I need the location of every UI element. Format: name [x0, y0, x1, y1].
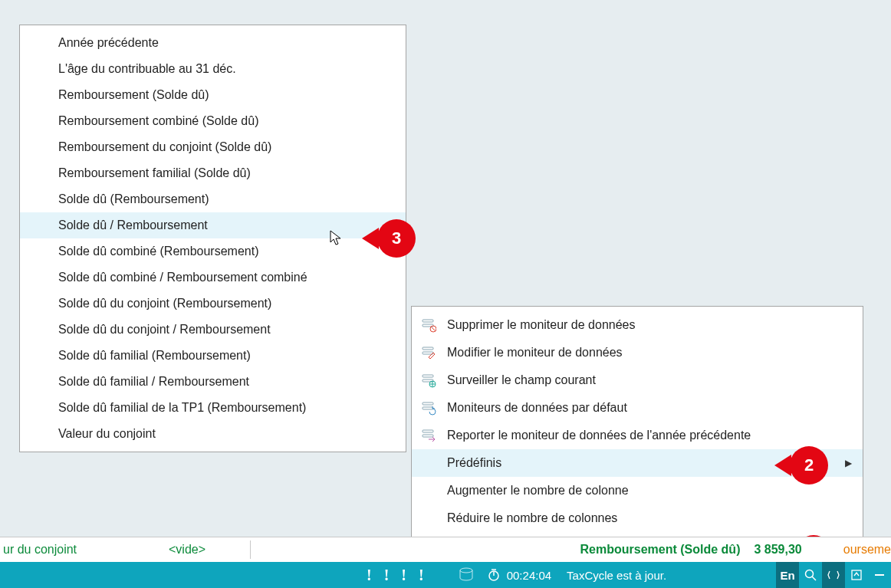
- menu-item-label: Reporter le moniteur de données de l'ann…: [447, 429, 751, 442]
- menu-delete-monitor[interactable]: Supprimer le moniteur de données: [412, 311, 863, 339]
- svg-rect-13: [422, 430, 433, 432]
- preset-submenu: Année précédente L'âge du contribuable a…: [19, 25, 406, 452]
- alert-indicators[interactable]: ! ! ! !: [367, 567, 424, 584]
- alert-icon[interactable]: !: [419, 567, 424, 584]
- blank-icon: [419, 454, 438, 472]
- menu-item-label: Surveiller le champ courant: [447, 373, 596, 387]
- menu-item-label: Augmenter le nombre de colonne: [447, 484, 629, 498]
- stopwatch-icon[interactable]: [487, 568, 501, 582]
- menu-item[interactable]: Solde dû (Remboursement): [20, 186, 406, 212]
- timer-value[interactable]: 00:24:04: [507, 569, 551, 582]
- menu-item[interactable]: Valeur du conjoint: [20, 421, 406, 447]
- menu-increase-columns[interactable]: Augmenter le nombre de colonne: [412, 477, 863, 504]
- menu-watch-field[interactable]: Surveiller le champ courant: [412, 366, 863, 394]
- menu-default-monitors[interactable]: Moniteurs de données par défaut: [412, 394, 863, 422]
- menu-item-label: Réduire le nombre de colonnes: [447, 511, 617, 525]
- menu-item[interactable]: Remboursement (Solde dû): [20, 82, 406, 108]
- menu-item[interactable]: L'âge du contribuable au 31 déc.: [20, 56, 406, 82]
- menu-item[interactable]: Solde dû familial (Remboursement): [20, 343, 406, 369]
- svg-rect-11: [422, 402, 433, 405]
- data-monitor-bar: ur du conjoint <vide> Remboursement (Sol…: [0, 537, 891, 562]
- menu-item[interactable]: Solde dû combiné / Remboursement combiné: [20, 264, 406, 291]
- monitor-label-partial[interactable]: ur du conjoint: [0, 543, 169, 557]
- menu-item[interactable]: Remboursement familial (Solde dû): [20, 160, 406, 186]
- svg-line-3: [432, 327, 436, 331]
- menu-item-label: Prédéfinis: [447, 456, 501, 470]
- menu-item-highlighted[interactable]: Solde dû / Remboursement: [20, 212, 406, 238]
- monitor-amount[interactable]: 3 859,30: [743, 543, 804, 557]
- svg-line-20: [812, 577, 816, 580]
- svg-rect-21: [852, 570, 861, 580]
- search-button[interactable]: [799, 562, 822, 588]
- svg-rect-0: [422, 320, 433, 322]
- carry-forward-icon: [419, 426, 438, 445]
- menu-item[interactable]: Solde dû familial de la TP1 (Rembourseme…: [20, 395, 406, 421]
- menu-item[interactable]: Solde dû du conjoint (Remboursement): [20, 291, 406, 317]
- menu-item[interactable]: Solde dû familial / Remboursement: [20, 369, 406, 395]
- svg-rect-6: [422, 375, 433, 377]
- menu-item[interactable]: Année précédente: [20, 30, 406, 56]
- divider: [250, 540, 251, 559]
- annotation-callout-3: 3: [377, 219, 416, 258]
- alert-icon[interactable]: !: [367, 567, 372, 584]
- svg-rect-14: [422, 435, 433, 437]
- menu-item[interactable]: Remboursement combiné (Solde dû): [20, 108, 406, 134]
- alert-icon[interactable]: !: [384, 567, 390, 584]
- blank-icon: [419, 509, 438, 527]
- app-status-bar: ! ! ! ! 00:24:04 TaxCycle est à jour. En: [0, 562, 891, 588]
- menu-item-label: Modifier le moniteur de données: [447, 346, 623, 360]
- app-update-status: TaxCycle est à jour.: [567, 569, 666, 582]
- menu-item-label: Moniteurs de données par défaut: [447, 401, 627, 415]
- menu-item-label: Supprimer le moniteur de données: [447, 318, 635, 332]
- menu-edit-monitor[interactable]: Modifier le moniteur de données: [412, 339, 863, 366]
- svg-rect-12: [422, 407, 433, 409]
- delete-monitor-icon: [419, 316, 438, 334]
- alert-icon[interactable]: !: [401, 567, 406, 584]
- monitor-label-partial-right: ourseme: [805, 543, 891, 557]
- language-toggle[interactable]: En: [776, 562, 799, 588]
- database-icon[interactable]: [458, 567, 475, 583]
- resize-panel-button[interactable]: [822, 562, 845, 588]
- menu-item[interactable]: Remboursement du conjoint (Solde dû): [20, 134, 406, 160]
- svg-rect-4: [422, 347, 433, 350]
- context-menu: Supprimer le moniteur de données Modifie…: [411, 306, 863, 537]
- minimize-button[interactable]: [868, 562, 891, 588]
- blank-icon: [419, 481, 438, 500]
- menu-item[interactable]: Solde dû combiné (Remboursement): [20, 238, 406, 264]
- menu-decrease-columns[interactable]: Réduire le nombre de colonnes: [412, 504, 863, 532]
- expand-panel-button[interactable]: [845, 562, 868, 588]
- svg-point-15: [460, 568, 472, 573]
- watch-field-icon: [419, 371, 438, 389]
- monitor-value-empty[interactable]: <vide>: [169, 543, 245, 557]
- menu-item[interactable]: Solde dû du conjoint / Remboursement: [20, 317, 406, 343]
- submenu-arrow-icon: ▶: [845, 458, 852, 468]
- edit-monitor-icon: [419, 343, 438, 362]
- reset-monitor-icon: [419, 399, 438, 417]
- annotation-callout-2: 2: [790, 446, 828, 485]
- menu-carry-forward[interactable]: Reporter le moniteur de données de l'ann…: [412, 422, 863, 449]
- monitor-label-refund[interactable]: Remboursement (Solde dû): [580, 543, 744, 557]
